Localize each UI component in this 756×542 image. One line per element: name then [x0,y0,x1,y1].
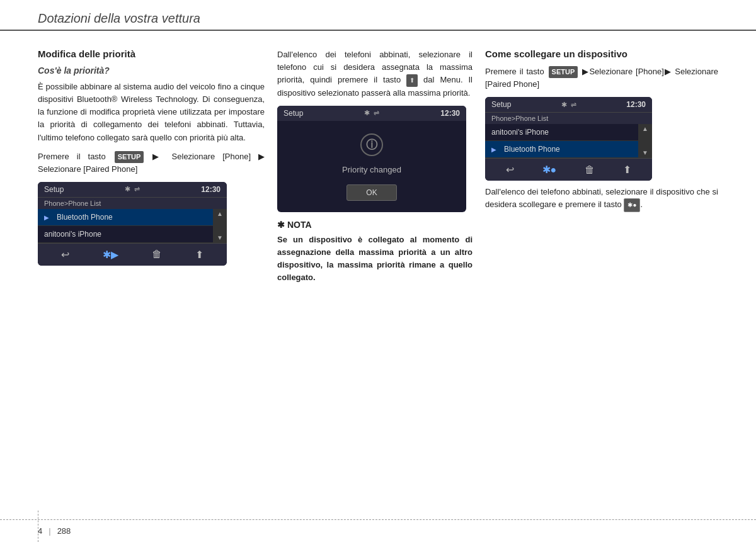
page-footer: 4 | 288 [0,519,756,542]
priority-screen-icons: ✱ ⇌ [364,109,379,117]
priority-screen: Setup ✱ ⇌ 12:30 ⓘ Priority changed OK [277,106,466,212]
priority-usb-icon: ⇌ [374,109,379,117]
scroll-down-arrow2[interactable]: ▼ [642,150,648,156]
footer-bt-btn[interactable]: ✱▶ [98,247,123,262]
list-item[interactable]: Bluetooth Phone [38,209,213,226]
right-instruction: Premere il tasto SETUP ▶Selezionare [Pho… [485,65,718,91]
disconnect-icon: ✱● [624,198,640,212]
list-item-text: anitooni's iPhone [491,128,549,137]
screen1-footer: ↩ ✱▶ 🗑 ⬆ [38,243,227,266]
play-icon [491,145,500,154]
left-instruction-text: Premere il tasto [38,152,113,161]
priority-ok-button[interactable]: OK [346,184,396,201]
footer-vertical-line [38,511,38,542]
footer-priority-btn2[interactable]: ⬆ [618,162,636,177]
priority-dialog: ⓘ Priority changed OK [277,121,466,212]
page-separator: | [49,526,50,536]
page-title: Dotazioni della vostra vettura [38,11,718,26]
priority-screen-header: Setup ✱ ⇌ 12:30 [277,106,466,121]
screen2-list-container: anitooni's iPhone Bluetooth Phone ▲ ▼ [485,124,652,158]
right-section-title: Come scollegare un dispositivo [485,48,718,59]
page-288: 288 [57,526,71,536]
left-subsection-title: Cos'è la priorità? [38,65,265,76]
setup-badge-left: SETUP [115,151,144,163]
list-item[interactable]: Bluetooth Phone [485,141,638,158]
priority-changed-text: Priority changed [342,165,401,174]
screen2-bt-icon: ✱ [561,101,567,109]
list-item-text: anitooni's iPhone [44,230,101,239]
scroll-up-arrow2[interactable]: ▲ [642,126,648,132]
play-icon [44,213,53,222]
screen1-time: 12:30 [201,185,220,194]
footer-delete-btn[interactable]: 🗑 [147,247,167,261]
info-icon: ⓘ [360,133,383,156]
screen2-usb-icon: ⇌ [571,101,576,109]
screen2-list: anitooni's iPhone Bluetooth Phone [485,124,638,158]
screen1-usb-icon: ⇌ [134,185,140,193]
scroll-up-arrow[interactable]: ▲ [217,211,223,217]
mid-column: Dall'elenco dei telefoni abbinati, selez… [277,48,485,290]
screen1-breadcrumb: Phone>Phone List [38,197,227,209]
priority-bt-icon: ✱ [364,109,370,117]
nota-title: ✱ NOTA [277,220,472,230]
list-item-text: Bluetooth Phone [57,213,113,222]
footer-back-btn[interactable]: ↩ [56,247,74,262]
screen1-bt-icon: ✱ [125,185,130,193]
device-screen-1: Setup ✱ ⇌ 12:30 Phone>Phone List Bluetoo… [38,182,227,266]
footer-back-btn2[interactable]: ↩ [501,162,519,177]
left-section-title: Modifica delle priorità [38,48,265,59]
mid-body1: Dall'elenco dei telefoni abbinati, selez… [277,48,472,99]
right-instruction-text: Premere il tasto [485,67,547,76]
screen1-list-container: Bluetooth Phone anitooni's iPhone ▲ ▼ [38,209,227,243]
right-column: Come scollegare un dispositivo Premere i… [485,48,718,290]
screen2-time: 12:30 [626,100,646,109]
priority-screen-title: Setup [284,109,303,118]
scroll-down-arrow[interactable]: ▼ [217,235,223,241]
screen1-header: Setup ✱ ⇌ 12:30 [38,182,227,197]
footer-priority-btn[interactable]: ⬆ [190,247,209,262]
screen2-breadcrumb: Phone>Phone List [485,112,652,124]
list-item[interactable]: anitooni's iPhone [485,124,638,141]
screen1-title: Setup [44,185,64,194]
list-item-text: Bluetooth Phone [504,145,560,154]
page-number: 4 [38,526,42,536]
priority-screen-time: 12:30 [440,109,460,118]
footer-delete-btn2[interactable]: 🗑 [580,163,600,177]
screen2-title: Setup [491,100,511,109]
nota-body: Se un dispositivo è collegato al momento… [277,234,472,285]
scrollbar2: ▲ ▼ [638,124,652,158]
scrollbar: ▲ ▼ [213,209,227,243]
screen1-list: Bluetooth Phone anitooni's iPhone [38,209,213,243]
left-body1: È possibile abbinare al sistema audio de… [38,81,265,144]
right-body-after: Dall'elenco dei telefono abbinati, selez… [485,186,718,212]
page-header: Dotazioni della vostra vettura [0,0,756,31]
footer-disconnect-btn[interactable]: ✱● [537,162,562,177]
setup-badge-right: SETUP [549,66,578,78]
left-instruction: Premere il tasto SETUP ▶ Selezionare [Ph… [38,150,265,176]
left-column: Modifica delle priorità Cos'è la priorit… [38,48,277,290]
screen2-header: Setup ✱ ⇌ 12:30 [485,97,652,112]
nota-section: ✱ NOTA Se un dispositivo è collegato al … [277,220,472,285]
screen2-icons: ✱ ⇌ [561,101,576,109]
main-content: Modifica delle priorità Cos'è la priorit… [0,31,756,290]
priority-icon-badge: ⬆ [406,74,418,87]
screen2-footer: ↩ ✱● 🗑 ⬆ [485,158,652,181]
screen1-icons: ✱ ⇌ [125,185,140,193]
device-screen-2: Setup ✱ ⇌ 12:30 Phone>Phone List anitoon… [485,97,652,181]
list-item[interactable]: anitooni's iPhone [38,226,213,243]
